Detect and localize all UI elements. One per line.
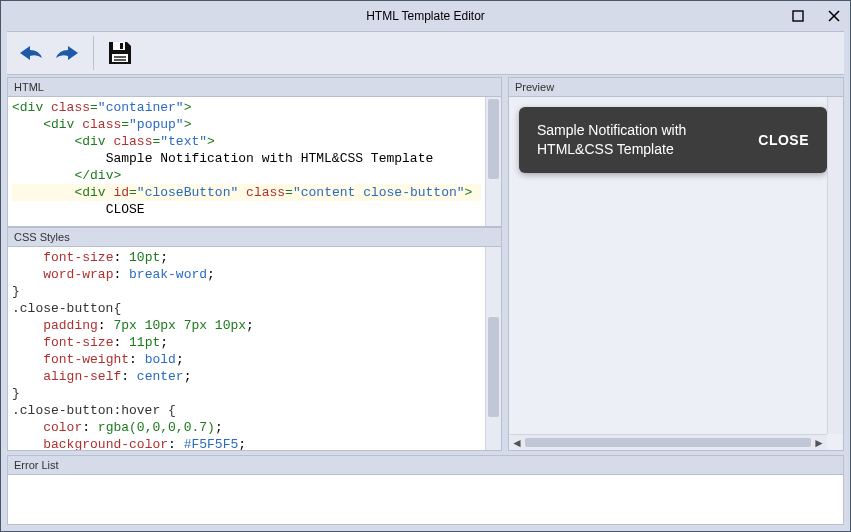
notification-popup: Sample Notification with HTML&CSS Templa… <box>519 107 827 173</box>
main-content: HTML <div class="container"> <div class=… <box>1 75 850 455</box>
html-panel-header: HTML <box>7 77 502 97</box>
preview-scrollbar-v[interactable] <box>827 97 843 434</box>
html-code: <div class="container"> <div class="popu… <box>8 97 485 226</box>
svg-rect-4 <box>120 43 123 49</box>
svg-rect-5 <box>112 54 128 62</box>
toolbar-separator <box>93 36 94 70</box>
error-panel-header: Error List <box>7 455 844 475</box>
error-list[interactable] <box>7 475 844 525</box>
css-panel-header: CSS Styles <box>7 227 502 247</box>
css-code: font-size: 10pt; word-wrap: break-word; … <box>8 247 485 450</box>
window-controls <box>788 1 844 31</box>
maximize-icon <box>792 10 804 22</box>
html-editor[interactable]: <div class="container"> <div class="popu… <box>7 97 502 227</box>
redo-button[interactable] <box>49 35 85 71</box>
svg-rect-3 <box>113 42 125 50</box>
notification-close-button[interactable]: CLOSE <box>758 132 809 148</box>
svg-rect-0 <box>793 11 803 21</box>
undo-icon <box>17 42 45 64</box>
css-scrollbar[interactable] <box>485 247 501 450</box>
css-editor[interactable]: font-size: 10pt; word-wrap: break-word; … <box>7 247 502 451</box>
preview-panel: Sample Notification with HTML&CSS Templa… <box>508 97 844 451</box>
editor-window: HTML Template Editor <box>0 0 851 532</box>
preview-content: Sample Notification with HTML&CSS Templa… <box>519 107 827 434</box>
titlebar: HTML Template Editor <box>1 1 850 31</box>
notification-text: Sample Notification with HTML&CSS Templa… <box>537 121 742 159</box>
scroll-left-icon[interactable]: ◄ <box>509 435 525 451</box>
right-column: Preview Sample Notification with HTML&CS… <box>508 77 844 451</box>
scroll-right-icon[interactable]: ► <box>811 435 827 451</box>
close-button[interactable] <box>824 6 844 26</box>
preview-panel-header: Preview <box>508 77 844 97</box>
bottom-row: Error List <box>1 455 850 531</box>
save-button[interactable] <box>102 35 138 71</box>
redo-icon <box>53 42 81 64</box>
preview-scrollbar-h[interactable]: ◄ ► <box>509 434 827 450</box>
html-scrollbar[interactable] <box>485 97 501 226</box>
undo-button[interactable] <box>13 35 49 71</box>
toolbar <box>7 31 844 75</box>
save-icon <box>107 40 133 66</box>
window-title: HTML Template Editor <box>9 9 842 23</box>
maximize-button[interactable] <box>788 6 808 26</box>
left-column: HTML <div class="container"> <div class=… <box>7 77 502 451</box>
close-icon <box>828 10 840 22</box>
